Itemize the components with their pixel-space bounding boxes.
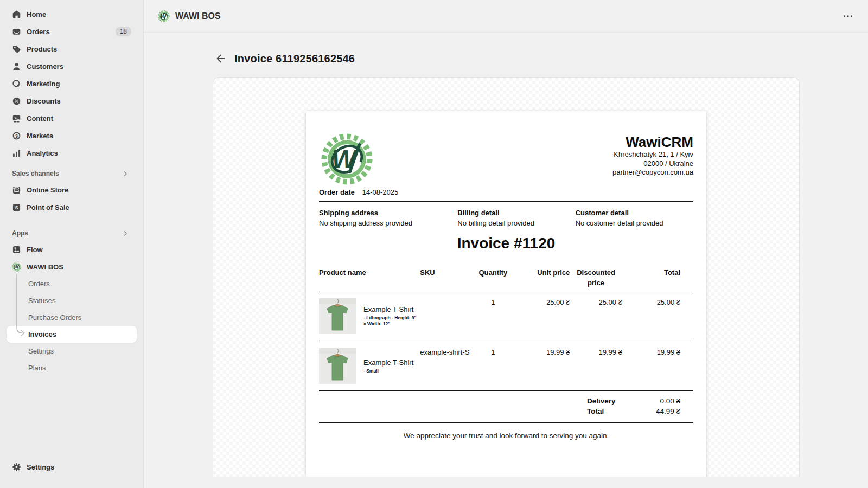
sidebar-item-point-of-sale[interactable]: S Point of Sale (7, 199, 137, 215)
subnav-item-statuses[interactable]: Statuses (7, 292, 137, 309)
column-header-product: Product name (319, 263, 420, 292)
sidebar-item-label: Point of Sale (27, 203, 69, 211)
invoice-header-right: WawiCRM Khreshchatyk 21, 1 / Kyiv 02000 … (612, 134, 693, 196)
billing-detail-block: Billing detail No billing detail provide… (457, 209, 575, 227)
globe-dollar-icon: $ (12, 131, 21, 140)
sidebar-item-discounts[interactable]: Discounts (7, 93, 137, 109)
svg-text:S: S (15, 204, 18, 210)
subnav-item-settings[interactable]: Settings (7, 343, 137, 359)
shipping-address-block: Shipping address No shipping address pro… (319, 209, 457, 227)
invoice-number-title: Invoice #1120 (319, 235, 693, 252)
order-date-row: Order date14-08-2025 (319, 188, 398, 196)
unit-price-value: 19.99 ₴ (514, 342, 570, 391)
sidebar-item-label: Customers (27, 62, 63, 70)
sidebar-item-label: Settings (27, 463, 54, 471)
sidebar-item-online-store[interactable]: Online Store (7, 182, 137, 198)
subnav-item-invoices[interactable]: Invoices (7, 326, 137, 343)
svg-text:$: $ (15, 133, 18, 138)
section-label: Apps (12, 229, 28, 237)
percent-badge-icon (12, 97, 21, 106)
product-variant: - Lithograph - Height: 9" x Width: 12" (363, 315, 420, 327)
billing-detail-text: No billing detail provided (457, 219, 575, 227)
more-options-button[interactable] (842, 10, 854, 22)
bar-chart-icon (12, 149, 21, 158)
quantity-value: 1 (473, 342, 514, 391)
ellipsis-horizontal-icon (842, 10, 854, 22)
invoice-header: Order date14-08-2025 WawiCRM Khreshchaty… (319, 130, 693, 196)
sidebar-item-label: Markets (27, 132, 53, 140)
sidebar-item-wawi-bos[interactable]: WAWI BOS (7, 259, 137, 275)
section-sales-channels[interactable]: Sales channels (12, 169, 129, 178)
person-icon (12, 62, 21, 71)
subnav-item-label: Purchase Orders (28, 313, 81, 322)
total-value: 19.99 ₴ (622, 342, 693, 391)
shipping-address-text: No shipping address provided (319, 219, 457, 227)
subnav-item-orders[interactable]: Orders (7, 275, 137, 292)
back-button[interactable] (215, 53, 227, 65)
product-name: Example T-Shirt (363, 358, 413, 367)
column-header-unit-price: Unit price (514, 263, 570, 292)
sidebar-item-home[interactable]: Home (7, 6, 137, 22)
company-email: partner@copycon.com.ua (612, 168, 693, 177)
orders-icon (12, 27, 21, 36)
subnav-item-label: Settings (28, 347, 54, 355)
home-icon (12, 10, 21, 19)
chevron-right-icon (122, 170, 129, 177)
grand-total-value: 44.99 ₴ (647, 406, 680, 416)
page-content: Invoice 6119256162546 Order date14-08-20… (144, 33, 868, 488)
sidebar-item-products[interactable]: Products (7, 41, 137, 57)
invoice-preview-card: Order date14-08-2025 WawiCRM Khreshchaty… (213, 77, 800, 477)
company-address-line1: Khreshchatyk 21, 1 / Kyiv (612, 150, 693, 159)
sidebar-item-flow[interactable]: Flow (7, 241, 137, 258)
table-row: Example T-Shirt - Small example-shirt-S … (319, 342, 693, 391)
storefront-icon (12, 185, 21, 195)
total-label: Total (587, 406, 647, 416)
delivery-value: 0.00 ₴ (647, 396, 680, 406)
sidebar-item-orders[interactable]: Orders 18 (7, 23, 137, 40)
subnav-item-purchase-orders[interactable]: Purchase Orders (7, 309, 137, 326)
sidebar-item-markets[interactable]: $ Markets (7, 127, 137, 144)
subnav-item-plans[interactable]: Plans (7, 359, 137, 376)
product-thumbnail-tshirt (319, 348, 356, 384)
sidebar-item-content[interactable]: Content (7, 110, 137, 126)
wawicrm-logo-icon (321, 133, 373, 185)
shipping-address-title: Shipping address (319, 209, 457, 217)
sidebar-item-customers[interactable]: Customers (7, 58, 137, 74)
sidebar: Home Orders 18 Products Customers Market… (0, 0, 144, 488)
customer-detail-text: No customer detail provided (576, 219, 693, 227)
sidebar-item-settings[interactable]: Settings (7, 459, 137, 475)
order-date-value: 14-08-2025 (362, 188, 399, 196)
customer-detail-title: Customer detail (576, 209, 693, 217)
company-address-line2: 02000 / Ukraine (612, 159, 693, 169)
company-name: WawiCRM (612, 134, 693, 150)
sidebar-item-label: Online Store (27, 186, 68, 194)
sidebar-item-marketing[interactable]: Marketing (7, 75, 137, 92)
invoice-paper: Order date14-08-2025 WawiCRM Khreshchaty… (306, 111, 706, 477)
subnav-item-label: Plans (28, 364, 46, 372)
column-header-total: Total (622, 263, 693, 292)
app-title: WAWI BOS (175, 11, 221, 21)
sidebar-item-label: Analytics (27, 149, 58, 157)
sidebar-item-analytics[interactable]: Analytics (7, 145, 137, 161)
product-name: Example T-Shirt (363, 305, 420, 313)
column-header-sku: SKU (420, 263, 473, 292)
column-header-quantity: Quantity (473, 263, 514, 292)
sidebar-item-label: Products (27, 45, 57, 53)
subnav-item-label: Invoices (28, 330, 56, 338)
subnav-item-label: Statuses (28, 297, 56, 305)
totals-section: Delivery 0.00 ₴ Total 44.99 ₴ (319, 390, 693, 423)
sidebar-item-label: Marketing (27, 80, 60, 88)
product-variant: - Small (363, 368, 413, 374)
gear-icon (12, 463, 21, 472)
divider (319, 201, 693, 202)
sidebar-item-label: Home (27, 10, 46, 18)
section-apps[interactable]: Apps (12, 229, 129, 237)
pos-icon: S (12, 203, 21, 212)
quantity-value: 1 (473, 292, 514, 342)
delivery-row: Delivery 0.00 ₴ (319, 396, 693, 406)
arrow-left-icon (215, 53, 227, 65)
sku-value: example-shirt-S (420, 348, 472, 356)
subnav-item-label: Orders (28, 280, 50, 288)
unit-price-value: 25.00 ₴ (514, 292, 570, 342)
sidebar-item-label: Orders (27, 28, 50, 36)
